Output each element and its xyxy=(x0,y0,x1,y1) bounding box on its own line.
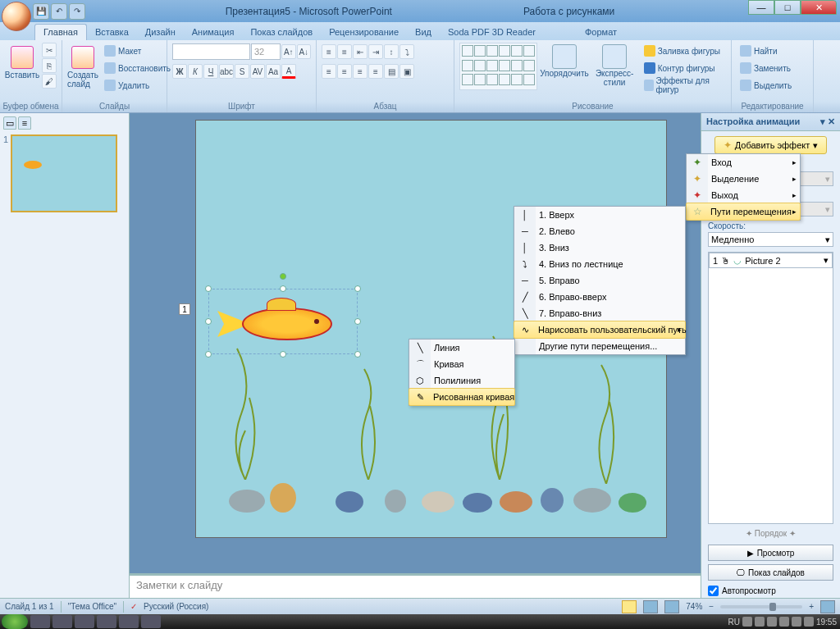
fit-view-icon[interactable] xyxy=(820,600,835,613)
slideshow-button[interactable]: 🖵 Показ слайдов xyxy=(708,564,833,581)
line-spacing-icon[interactable]: ↕ xyxy=(384,44,399,59)
resize-handle[interactable] xyxy=(354,285,361,292)
rotate-handle[interactable] xyxy=(280,273,286,280)
replace-button[interactable]: Заменить xyxy=(737,60,795,76)
strike-icon[interactable]: abc xyxy=(219,64,234,79)
format-painter-icon[interactable]: 🖌 xyxy=(42,74,57,89)
slideshow-view-icon[interactable] xyxy=(664,600,679,613)
bullets-icon[interactable]: ≡ xyxy=(322,44,336,59)
zoom-in-icon[interactable]: + xyxy=(809,602,814,611)
maximize-button[interactable]: □ xyxy=(774,0,801,15)
tab-view[interactable]: Вид xyxy=(407,25,440,40)
notes-pane[interactable]: Заметки к слайду xyxy=(130,573,701,598)
qat-redo-icon[interactable]: ↷ xyxy=(69,3,85,20)
menu-draw-polyline[interactable]: ⬡Полилиния xyxy=(409,372,514,389)
anim-list-item[interactable]: 1🖱◡Picture 2▾ xyxy=(709,253,833,268)
qat-save-icon[interactable]: 💾 xyxy=(33,3,49,20)
justify-icon[interactable]: ≡ xyxy=(368,64,383,79)
menu-path-more[interactable]: Другие пути перемещения... xyxy=(514,338,685,354)
menu-motion-paths[interactable]: ☆Пути перемещения▸ xyxy=(686,203,801,221)
find-button[interactable]: Найти xyxy=(737,43,795,59)
tab-slideshow[interactable]: Показ слайдов xyxy=(242,25,321,40)
taskbar-app-icon[interactable] xyxy=(30,615,50,628)
reset-button[interactable]: Восстановить xyxy=(101,60,174,76)
speed-combo[interactable]: Медленно▾ xyxy=(708,232,833,247)
font-color-icon[interactable]: A xyxy=(281,64,296,79)
zoom-slider[interactable] xyxy=(720,605,802,608)
outline-tab-icon[interactable]: ≡ xyxy=(18,116,31,130)
normal-view-icon[interactable] xyxy=(622,600,637,613)
tray-icon[interactable] xyxy=(779,617,789,627)
menu-path-stairs[interactable]: ⤵4. Вниз по лестнице xyxy=(514,256,685,272)
minimize-button[interactable]: — xyxy=(748,0,774,15)
bold-icon[interactable]: Ж xyxy=(172,64,187,79)
resize-handle[interactable] xyxy=(280,351,286,358)
taskbar-app-icon[interactable] xyxy=(97,615,116,628)
tray-icon[interactable] xyxy=(742,617,752,627)
layout-button[interactable]: Макет xyxy=(101,43,174,59)
align-right-icon[interactable]: ≡ xyxy=(353,64,368,79)
office-button[interactable] xyxy=(2,2,31,31)
tray-icon[interactable] xyxy=(767,617,777,627)
shape-outline-button[interactable]: Контур фигуры xyxy=(641,60,726,76)
resize-handle[interactable] xyxy=(205,285,212,292)
tray-icon[interactable] xyxy=(755,617,765,627)
status-lang[interactable]: Русский (Россия) xyxy=(144,602,208,611)
add-effect-button[interactable]: ✦Добавить эффект ▾ xyxy=(714,136,827,154)
columns-icon[interactable]: ▤ xyxy=(384,64,399,79)
shadow-icon[interactable]: S xyxy=(235,64,249,79)
menu-exit[interactable]: ✦Выход▸ xyxy=(687,187,800,203)
slide-thumbnail[interactable] xyxy=(11,134,117,212)
taskbar-app-icon[interactable] xyxy=(75,615,94,628)
taskbar-app-icon[interactable] xyxy=(52,615,72,628)
resize-handle[interactable] xyxy=(354,351,361,358)
menu-path-upright[interactable]: ╱6. Вправо-вверх xyxy=(514,289,685,305)
menu-draw-line[interactable]: ╲Линия xyxy=(409,340,514,356)
taskbar-app-icon[interactable] xyxy=(141,615,161,628)
preview-button[interactable]: ▶ Просмотр xyxy=(708,545,833,561)
align-left-icon[interactable]: ≡ xyxy=(322,64,336,79)
underline-icon[interactable]: Ч xyxy=(203,64,218,79)
tray-icon[interactable] xyxy=(804,617,814,627)
shrink-font-icon[interactable]: A↓ xyxy=(297,44,312,59)
menu-path-down[interactable]: │3. Вниз xyxy=(514,239,685,256)
tab-format[interactable]: Формат xyxy=(577,25,625,40)
tray-icon[interactable] xyxy=(792,617,801,627)
indent-dec-icon[interactable]: ⇤ xyxy=(353,44,368,59)
menu-draw-freehand[interactable]: ✎Рисованная кривая xyxy=(409,388,515,406)
tab-animation[interactable]: Анимация xyxy=(184,25,243,40)
selected-object[interactable] xyxy=(208,289,358,354)
align-center-icon[interactable]: ≡ xyxy=(337,64,352,79)
shapes-gallery[interactable] xyxy=(459,43,537,90)
qat-undo-icon[interactable]: ↶ xyxy=(51,3,67,20)
menu-entrance[interactable]: ✦Вход▸ xyxy=(687,154,800,171)
tab-review[interactable]: Рецензирование xyxy=(321,25,407,40)
tab-home[interactable]: Главная xyxy=(34,24,87,40)
menu-draw-curve[interactable]: ⌒Кривая xyxy=(409,356,514,372)
zoom-value[interactable]: 74% xyxy=(686,602,702,611)
tab-design[interactable]: Дизайн xyxy=(137,25,184,40)
select-button[interactable]: Выделить xyxy=(737,77,795,93)
indent-inc-icon[interactable]: ⇥ xyxy=(368,44,383,59)
font-combo[interactable] xyxy=(172,43,250,60)
text-direction-icon[interactable]: ⤵ xyxy=(399,44,414,59)
sorter-view-icon[interactable] xyxy=(643,600,658,613)
smartart-icon[interactable]: ▣ xyxy=(399,64,414,79)
menu-path-custom[interactable]: ∿Нарисовать пользовательский путь▸ xyxy=(514,321,686,339)
font-size-combo[interactable] xyxy=(251,43,281,60)
close-button[interactable]: ✕ xyxy=(801,0,837,15)
autopreview-checkbox[interactable]: Автопросмотр xyxy=(701,584,840,598)
copy-icon[interactable]: ⎘ xyxy=(42,58,57,73)
resize-handle[interactable] xyxy=(205,351,212,358)
close-pane-icon[interactable]: ▾ ✕ xyxy=(820,116,835,127)
delete-button[interactable]: Удалить xyxy=(101,77,174,93)
menu-emphasis[interactable]: ✦Выделение▸ xyxy=(687,171,800,187)
menu-path-up[interactable]: │1. Вверх xyxy=(514,207,685,223)
italic-icon[interactable]: К xyxy=(188,64,203,79)
numbering-icon[interactable]: ≡ xyxy=(337,44,352,59)
shape-effects-button[interactable]: Эффекты для фигур xyxy=(641,77,726,93)
start-button[interactable] xyxy=(2,614,28,629)
spacing-icon[interactable]: AV xyxy=(250,64,265,79)
grow-font-icon[interactable]: A↑ xyxy=(281,44,296,59)
resize-handle[interactable] xyxy=(354,318,361,325)
